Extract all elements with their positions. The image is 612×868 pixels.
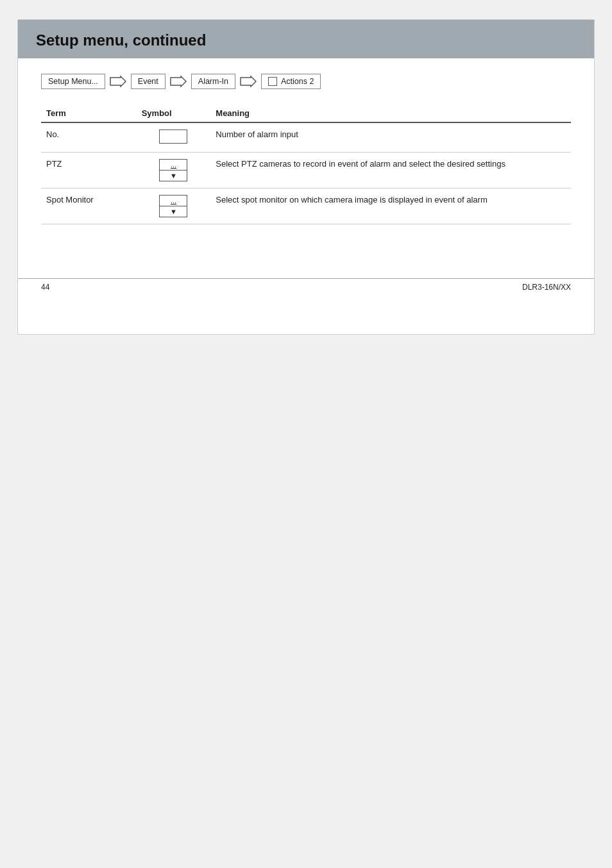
table-row: Spot Monitor...▼Select spot monitor on w… — [41, 188, 571, 224]
footer-page-number: 44 — [41, 283, 49, 292]
col-header-meaning: Meaning — [210, 104, 571, 122]
table-header-row: Term Symbol Meaning — [41, 104, 571, 122]
symbol-dots-1: ... — [160, 160, 187, 171]
col-header-term: Term — [41, 104, 137, 122]
nav-arrow-3 — [239, 75, 257, 88]
cell-meaning-1: Select PTZ cameras to record in event of… — [210, 153, 571, 188]
cell-symbol-1: ...▼ — [137, 153, 211, 188]
cell-symbol-2: ...▼ — [137, 188, 211, 224]
definition-table: Term Symbol Meaning No.Number of alarm i… — [41, 104, 571, 224]
nav-arrow-1 — [109, 75, 127, 88]
actions2-checkbox — [268, 77, 277, 86]
col-header-symbol: Symbol — [137, 104, 211, 122]
cell-term-0: No. — [41, 122, 137, 153]
table-row: No.Number of alarm input — [41, 122, 571, 153]
cell-meaning-0: Number of alarm input — [210, 122, 571, 153]
nav-item-setup-menu[interactable]: Setup Menu... — [41, 74, 105, 89]
footer-doc-id: DLR3-16N/XX — [522, 283, 571, 292]
symbol-rect-0 — [159, 129, 187, 144]
nav-item-alarm-in[interactable]: Alarm-In — [191, 74, 235, 89]
symbol-chevron-down-icon-2: ▼ — [160, 206, 187, 217]
symbol-dots-2: ... — [160, 196, 187, 206]
cell-symbol-0 — [137, 122, 211, 153]
page: Setup menu, continued Setup Menu... Even… — [17, 19, 595, 335]
cell-term-2: Spot Monitor — [41, 188, 137, 224]
page-footer: 44 DLR3-16N/XX — [18, 278, 594, 296]
header-bar: Setup menu, continued — [18, 20, 594, 58]
breadcrumb-nav: Setup Menu... Event Alarm-In Action — [41, 74, 571, 89]
nav-item-event[interactable]: Event — [131, 74, 166, 89]
page-title: Setup menu, continued — [36, 31, 576, 49]
nav-arrow-2 — [169, 75, 187, 88]
content-area: Setup Menu... Event Alarm-In Action — [18, 58, 594, 240]
symbol-chevron-down-icon-1: ▼ — [160, 171, 187, 181]
cell-term-1: PTZ — [41, 153, 137, 188]
cell-meaning-2: Select spot monitor on which camera imag… — [210, 188, 571, 224]
symbol-dropdown-box-1: ...▼ — [159, 159, 187, 181]
symbol-dropdown-box-2: ...▼ — [159, 195, 187, 217]
nav-item-actions2[interactable]: Actions 2 — [261, 74, 321, 89]
table-row: PTZ...▼Select PTZ cameras to record in e… — [41, 153, 571, 188]
nav-item-actions2-label: Actions 2 — [281, 77, 314, 86]
